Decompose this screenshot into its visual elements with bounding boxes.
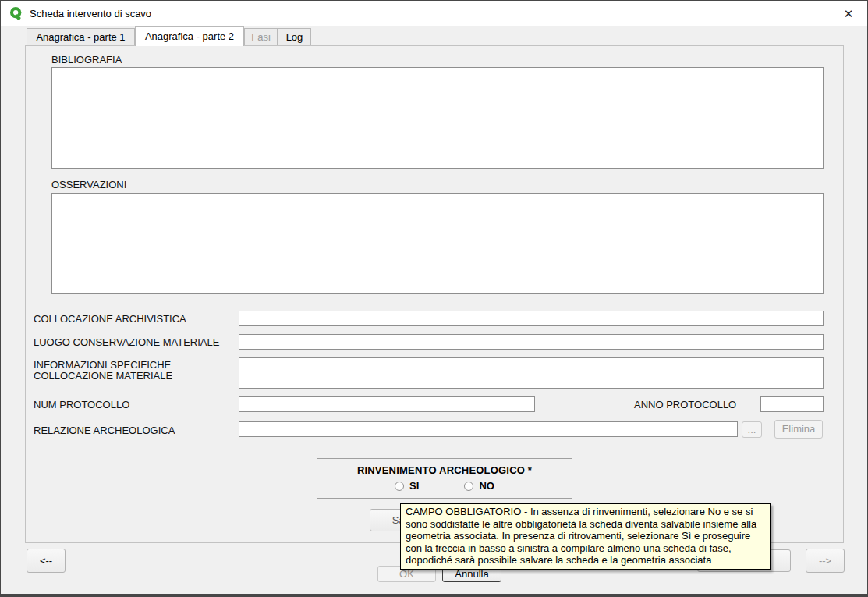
previous-arrow-button[interactable]: <-- xyxy=(27,549,66,573)
browse-file-button[interactable]: ... xyxy=(742,421,762,438)
tab-log[interactable]: Log xyxy=(278,28,311,45)
radio-no-icon[interactable] xyxy=(464,482,473,491)
bibliografia-textarea[interactable] xyxy=(51,67,824,169)
luogo-conservazione-input[interactable] xyxy=(239,334,824,350)
radio-option-si[interactable]: SI xyxy=(395,480,419,492)
radio-si-icon[interactable] xyxy=(395,482,404,491)
relazione-archeologica-label: RELAZIONE ARCHEOLOGICA xyxy=(34,425,175,436)
osservazioni-label: OSSERVAZIONI xyxy=(51,179,126,190)
radio-option-no[interactable]: NO xyxy=(464,480,494,492)
close-icon[interactable]: ✕ xyxy=(839,5,858,22)
osservazioni-textarea[interactable] xyxy=(51,193,824,294)
next-arrow-button[interactable]: --> xyxy=(806,549,845,573)
tab-anagrafica-parte-1[interactable]: Anagrafica - parte 1 xyxy=(27,28,135,45)
radio-no-label: NO xyxy=(479,480,494,492)
luogo-conservazione-label: LUOGO CONSERVAZIONE MATERIALE xyxy=(34,336,219,348)
informazioni-specifiche-input[interactable] xyxy=(239,357,824,389)
tab-fasi[interactable]: Fasi xyxy=(244,28,278,45)
tab-anagrafica-parte-2[interactable]: Anagrafica - parte 2 xyxy=(135,26,244,46)
dialog-window: Scheda intervento di scavo ✕ Anagrafica … xyxy=(0,0,868,597)
elimina-button[interactable]: Elimina xyxy=(774,420,823,439)
informazioni-specifiche-label-line2: COLLOCAZIONE MATERIALE xyxy=(34,370,172,382)
num-protocollo-label: NUM PROTOCOLLO xyxy=(34,399,129,410)
anno-protocollo-input[interactable] xyxy=(760,396,824,412)
mandatory-field-tooltip: CAMPO OBBLIGATORIO - In assenza di rinve… xyxy=(400,503,771,570)
window-title: Scheda intervento di scavo xyxy=(30,8,151,20)
collocazione-archivistica-input[interactable] xyxy=(239,311,824,326)
informazioni-specifiche-label-line1: INFORMAZIONI SPECIFICHE xyxy=(34,359,171,371)
num-protocollo-input[interactable] xyxy=(239,396,535,412)
bibliografia-label: BIBLIOGRAFIA xyxy=(51,54,122,66)
rinvenimento-title: RINVENIMENTO ARCHEOLOGICO * xyxy=(317,464,572,476)
collocazione-archivistica-label: COLLOCAZIONE ARCHIVISTICA xyxy=(34,313,186,325)
relazione-archeologica-input[interactable] xyxy=(239,421,738,437)
radio-si-label: SI xyxy=(409,480,419,492)
rinvenimento-groupbox: RINVENIMENTO ARCHEOLOGICO * SI NO xyxy=(317,458,572,499)
title-bar: Scheda intervento di scavo ✕ xyxy=(1,1,867,26)
anno-protocollo-label: ANNO PROTOCOLLO xyxy=(634,399,736,410)
qgis-logo-icon xyxy=(9,5,24,21)
